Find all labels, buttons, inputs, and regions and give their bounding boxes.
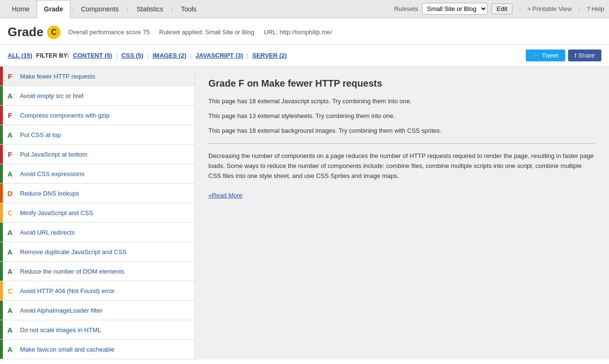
grade-row[interactable]: AAvoid CSS expressions: [0, 164, 195, 184]
filter-sep-4: |: [247, 52, 248, 59]
filter-bar: ALL (15) FILTER BY: CONTENT (5) | CSS (5…: [0, 45, 609, 67]
grade-row[interactable]: CMinify JavaScript and CSS: [0, 203, 195, 223]
filter-sep-1: |: [116, 52, 118, 59]
grade-row-label: Put JavaScript at bottom: [17, 151, 195, 158]
grade-letter: D: [3, 189, 17, 197]
grade-row[interactable]: AAvoid empty src or href: [0, 86, 195, 106]
copyright: Copyright © 2013 Yahoo! Inc. All rights …: [0, 359, 609, 364]
ruleset-applied: Ruleset applied: Small Site or Blog: [159, 29, 254, 36]
grade-row-label: Make fewer HTTP requests: [17, 73, 195, 80]
detail-panel: Grade F on Make fewer HTTP requests This…: [195, 67, 609, 359]
nav-right: Rulesets Small Site or Blog Edit | ≈ Pri…: [394, 3, 604, 15]
read-more-link[interactable]: »Read More: [208, 191, 243, 201]
detail-title: Grade F on Make fewer HTTP requests: [208, 78, 596, 89]
grade-row-label: Avoid AlphaImageLoader filter: [17, 307, 195, 314]
nav-divider-1: |: [519, 5, 521, 12]
grade-row-label: Compress components with gzip: [17, 112, 195, 119]
grade-row[interactable]: ARemove duplicate JavaScript and CSS: [0, 242, 195, 262]
grade-row-label: Make favicon small and cacheable: [17, 346, 195, 353]
grade-letter: A: [3, 267, 17, 275]
grade-row[interactable]: AReduce the number of DOM elements: [0, 262, 195, 281]
nav-grade[interactable]: Grade: [37, 0, 70, 18]
grade-letter: A: [3, 248, 17, 256]
detail-body: This page has 18 external Javascript scr…: [208, 97, 596, 201]
grade-letter: A: [3, 228, 17, 236]
grade-row-label: Minify JavaScript and CSS: [17, 209, 195, 216]
grade-row[interactable]: FCompress components with gzip: [0, 106, 195, 125]
grade-row[interactable]: AMake favicon small and cacheable: [0, 340, 195, 359]
grade-letter: A: [3, 306, 17, 315]
grade-letter: F: [3, 72, 17, 80]
score-label: Overall performance score 75: [68, 29, 149, 36]
detail-description: Decreasing the number of components on a…: [208, 151, 596, 181]
grade-row[interactable]: DReduce DNS lookups: [0, 184, 195, 203]
grade-row-label: Reduce DNS lookups: [17, 190, 195, 197]
grade-letter: A: [3, 131, 17, 139]
facebook-icon: f: [575, 52, 577, 59]
grade-letter: C: [3, 287, 17, 295]
social-buttons: 🐦 Tweet f Share: [526, 49, 601, 61]
grade-letter: A: [3, 92, 17, 100]
nav-items: Home Grade | Components | Statistics | T…: [5, 0, 394, 18]
detail-line-1: This page has 18 external Javascript scr…: [208, 97, 596, 107]
grade-row[interactable]: ADo not scale images in HTML: [0, 320, 195, 340]
nav-statistics[interactable]: Statistics: [129, 0, 170, 18]
share-label: Share: [578, 52, 595, 59]
grade-title: Grade C: [8, 25, 60, 39]
grade-row[interactable]: APut CSS at top: [0, 125, 195, 145]
nav-components[interactable]: Components: [74, 0, 126, 18]
nav-home[interactable]: Home: [5, 0, 37, 18]
grade-title-text: Grade: [8, 25, 43, 39]
grade-row-label: Avoid URL redirects: [17, 229, 195, 236]
grade-letter: A: [3, 170, 17, 178]
grade-letter: C: [3, 209, 17, 217]
twitter-icon: 🐦: [532, 52, 540, 59]
nav-sep-2: |: [127, 5, 128, 12]
filter-sep-3: |: [190, 52, 192, 59]
filter-sep-2: |: [147, 52, 148, 59]
filter-server[interactable]: SERVER (2): [252, 52, 287, 59]
grade-row[interactable]: AAvoid AlphaImageLoader filter: [0, 301, 195, 320]
help-icon: ?: [587, 5, 590, 12]
grade-row-label: Avoid HTTP 404 (Not Found) error: [17, 287, 195, 295]
grade-row-label: Avoid CSS expressions: [17, 170, 195, 177]
help-label: Help: [591, 5, 604, 12]
url-label: URL: http://tomphilip.me/: [264, 29, 332, 36]
grade-row-label: Do not scale images in HTML: [17, 326, 195, 334]
page-header: Grade C Overall performance score 75 Rul…: [0, 18, 609, 45]
grade-list: FMake fewer HTTP requestsAAvoid empty sr…: [0, 67, 195, 359]
grade-row-label: Remove duplicate JavaScript and CSS: [17, 248, 195, 256]
help-link[interactable]: ? Help: [587, 5, 604, 12]
grade-letter: F: [3, 111, 17, 119]
filter-content[interactable]: CONTENT (5): [73, 52, 112, 59]
grade-row[interactable]: FPut JavaScript at bottom: [0, 145, 195, 164]
tweet-label: Tweet: [542, 52, 559, 59]
filter-all[interactable]: ALL (15): [8, 52, 32, 59]
grade-row[interactable]: CAvoid HTTP 404 (Not Found) error: [0, 281, 195, 301]
rulesets-select[interactable]: Small Site or Blog: [422, 3, 488, 15]
grade-row[interactable]: AAvoid URL redirects: [0, 223, 195, 242]
filter-images[interactable]: IMAGES (2): [153, 52, 187, 59]
filter-by-label: FILTER BY:: [36, 52, 69, 59]
edit-button[interactable]: Edit: [491, 3, 512, 14]
printable-view-link[interactable]: ≈ Printable View: [528, 5, 572, 12]
grade-letter: F: [3, 150, 17, 158]
nav-divider-2: |: [579, 5, 580, 12]
nav-sep-3: |: [171, 5, 173, 12]
printable-label: Printable View: [532, 5, 572, 12]
tweet-button[interactable]: 🐦 Tweet: [526, 49, 565, 61]
filter-css[interactable]: CSS (5): [121, 52, 143, 59]
detail-line-2: This page has 13 external stylesheets. T…: [208, 111, 596, 121]
nav-tools[interactable]: Tools: [174, 0, 204, 18]
grade-row-label: Reduce the number of DOM elements: [17, 268, 195, 275]
filter-javascript[interactable]: JAVASCRIPT (3): [196, 52, 243, 59]
grade-badge: C: [47, 26, 60, 39]
rulesets-label: Rulesets: [394, 5, 418, 12]
detail-line-3: This page has 18 external background ima…: [208, 126, 596, 136]
share-button[interactable]: f Share: [568, 49, 601, 61]
top-navigation: Home Grade | Components | Statistics | T…: [0, 0, 609, 18]
header-meta: Overall performance score 75 Ruleset app…: [68, 29, 332, 36]
detail-divider: [208, 143, 596, 144]
grade-row[interactable]: FMake fewer HTTP requests: [0, 67, 195, 86]
printable-icon: ≈: [528, 5, 531, 12]
